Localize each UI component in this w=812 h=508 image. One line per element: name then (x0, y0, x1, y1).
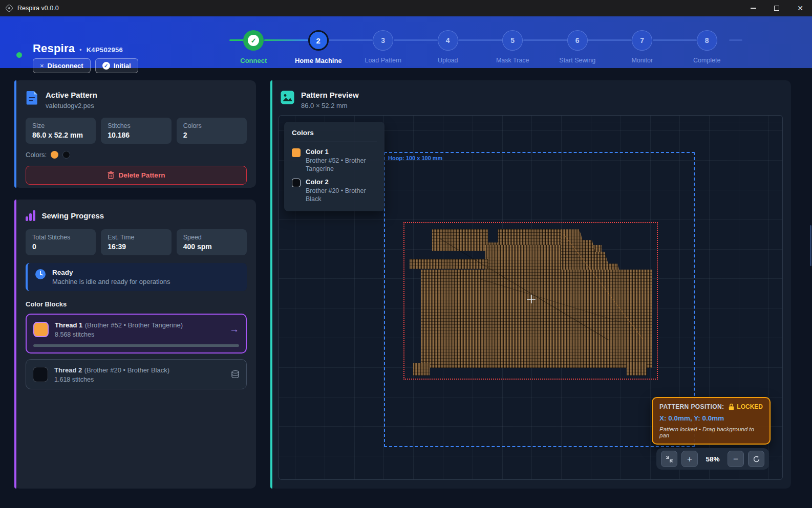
status-description: Machine is idle and ready for operations (52, 278, 170, 285)
thread-block-1[interactable]: Thread 1 (Brother #52 • Brother Tangerin… (26, 314, 247, 354)
titlebar: Respira v0.0.0 ✕ (0, 0, 812, 16)
legend-color-name: Color 2 (306, 178, 377, 186)
lock-icon (729, 404, 734, 410)
status-title: Ready (52, 269, 170, 276)
zoom-toolbar: + 58% − (656, 448, 769, 470)
stat-label: Colors (183, 122, 240, 129)
legend-entry-color-2: Color 2 Brother #20 • Brother Black (292, 178, 377, 203)
compress-icon (666, 455, 673, 463)
thread-1-progress-bar (33, 344, 239, 347)
pattern-position-overlay: PATTERN POSITION: LOCKED X: 0.0mm, Y: 0.… (652, 397, 771, 445)
step-label: Mask Trace (496, 57, 529, 64)
hoop-label: Hoop: 100 x 100 mm (388, 155, 442, 161)
thread-block-2[interactable]: Thread 2 (Brother #20 • Brother Black) 1… (26, 359, 247, 389)
step-label: Connect (240, 57, 267, 64)
pattern-center-crosshair (527, 295, 536, 303)
step-complete-circle[interactable]: 8 (697, 30, 717, 51)
thread-2-swatch (33, 367, 48, 382)
disconnect-button[interactable]: × Disconnect (33, 58, 91, 73)
step-mask-trace: 5 Mask Trace (480, 30, 545, 64)
workflow-stepper: ✓ Connect 2 Home Machine 3 Load Pattern … (221, 30, 739, 64)
stat-total-stitches: Total Stitches 0 (26, 229, 96, 255)
step-connect: ✓ Connect (221, 30, 286, 64)
delete-pattern-label: Delete Pattern (119, 171, 165, 179)
maximize-button[interactable] (765, 0, 788, 16)
legend-color-desc: Brother #20 • Brother Black (306, 187, 377, 203)
stat-size: Size 86.0 x 52.2 mm (26, 118, 96, 144)
close-button[interactable]: ✕ (788, 0, 812, 16)
close-icon: ✕ (797, 5, 803, 12)
stitch-region-foot-right (627, 363, 647, 376)
image-icon (281, 91, 294, 104)
layers-icon (231, 370, 240, 379)
stitch-region-body (421, 270, 652, 368)
sewing-progress-card: Sewing Progress Total Stitches 0 Est. Ti… (14, 200, 256, 489)
initial-button[interactable]: ✓ Initial (95, 58, 138, 73)
stat-label: Speed (183, 234, 240, 241)
step-connect-circle[interactable]: ✓ (243, 30, 264, 51)
color-dot-black (62, 151, 70, 159)
step-load-pattern: 3 Load Pattern (351, 30, 416, 64)
zoom-out-button[interactable]: − (728, 451, 744, 467)
stat-value: 86.0 x 52.2 mm (32, 131, 89, 139)
legend-swatch-black (292, 179, 301, 187)
machine-serial: K4P502956 (87, 46, 123, 54)
step-home-machine-circle[interactable]: 2 (308, 30, 329, 51)
step-monitor-circle[interactable]: 7 (632, 30, 652, 51)
step-complete: 8 Complete (675, 30, 740, 64)
connection-status-dot (16, 52, 22, 58)
active-pattern-card: Active Pattern valetudogv2.pes Size 86.0… (14, 80, 256, 188)
app-name: Respira (33, 42, 75, 55)
step-start-sewing-circle[interactable]: 6 (567, 30, 588, 51)
legend-color-name: Color 1 (306, 148, 377, 156)
stat-label: Est. Time (108, 234, 164, 241)
step-start-sewing: 6 Start Sewing (545, 30, 610, 64)
preview-canvas[interactable]: Hoop: 100 x 100 mm Colors (279, 115, 783, 480)
minimize-button[interactable] (741, 0, 765, 16)
badge-check-icon: ✓ (102, 62, 110, 70)
stat-label: Size (32, 122, 89, 129)
legend-swatch-orange (292, 148, 301, 157)
position-label: PATTERN POSITION: (659, 403, 724, 410)
reset-view-button[interactable] (748, 451, 764, 467)
minimize-icon (751, 8, 756, 9)
bullet-separator: • (79, 46, 82, 54)
stat-speed: Speed 400 spm (177, 229, 247, 255)
card-accent-teal (270, 80, 272, 489)
card-accent-blue (14, 80, 16, 188)
stitch-notch (488, 228, 498, 242)
minus-icon: − (733, 455, 738, 463)
stat-est-time: Est. Time 16:39 (101, 229, 171, 255)
step-label: Upload (438, 57, 458, 64)
document-icon (26, 91, 39, 105)
legend-title: Colors (292, 129, 377, 137)
legend-color-desc: Brother #52 • Brother Tangerine (306, 157, 377, 173)
color-dot-orange (51, 151, 58, 159)
thread-2-stitches: 1.618 stitches (54, 376, 169, 383)
arrow-right-icon: → (229, 324, 239, 335)
color-blocks-label: Color Blocks (26, 300, 247, 308)
pattern-preview-title: Pattern Preview (301, 91, 359, 99)
step-label: Complete (693, 57, 721, 64)
bar-chart-icon (26, 210, 35, 221)
maximize-icon (774, 6, 779, 11)
step-load-pattern-circle[interactable]: 3 (373, 30, 393, 51)
plus-icon: + (687, 455, 692, 463)
position-coordinates: X: 0.0mm, Y: 0.0mm (659, 414, 763, 422)
stat-label: Stitches (108, 122, 164, 129)
thread-1-stitches: 8.568 stitches (55, 331, 183, 338)
delete-pattern-button[interactable]: Delete Pattern (26, 166, 247, 185)
scrollbar[interactable] (810, 225, 811, 266)
fit-view-button[interactable] (661, 451, 677, 467)
sewing-progress-title: Sewing Progress (42, 211, 104, 220)
stat-value: 400 spm (183, 242, 240, 251)
step-upload-circle[interactable]: 4 (438, 30, 458, 51)
window-title: Respira v0.0.0 (17, 5, 59, 12)
zoom-in-button[interactable]: + (681, 451, 698, 467)
stitch-region-foot-left (413, 363, 430, 376)
step-mask-trace-circle[interactable]: 5 (502, 30, 523, 51)
locked-badge: LOCKED (737, 403, 763, 410)
thread-1-desc: (Brother #52 • Brother Tangerine) (85, 321, 183, 329)
initial-label: Initial (114, 62, 131, 70)
check-icon: ✓ (248, 35, 259, 46)
